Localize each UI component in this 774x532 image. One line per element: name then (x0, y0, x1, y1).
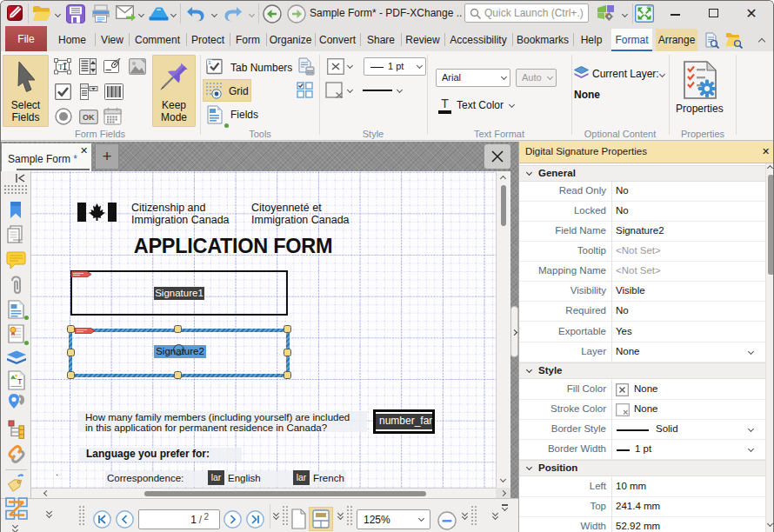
svg-text:OK: OK (83, 113, 95, 122)
svg-text:T: T (58, 63, 63, 71)
svg-text:T: T (17, 377, 23, 386)
